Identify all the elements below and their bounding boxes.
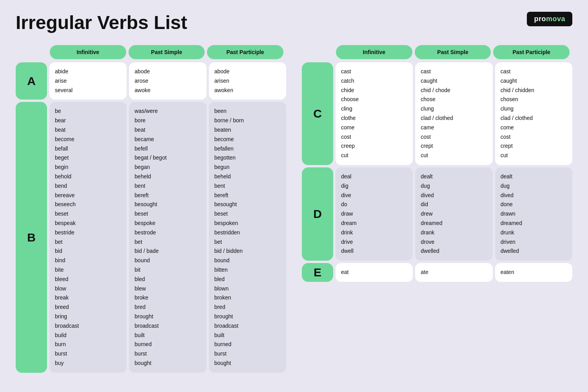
left-col-header-past-participle: Past Participle (207, 45, 283, 59)
verb-cell-infinitive: deal dig dive do draw dream drink drive … (336, 167, 413, 261)
left-table-header: Infinitive Past Simple Past Participle (16, 45, 286, 59)
verb-cell-past_simple: dealt dug dived did drew dreamed drank d… (415, 167, 492, 261)
right-col-header-infinitive: Infinitive (336, 45, 412, 59)
letter-badge: E (302, 263, 333, 282)
tables-container: Infinitive Past Simple Past Participle A… (16, 45, 572, 373)
right-table: Infinitive Past Simple Past Participle C… (302, 45, 572, 373)
verb-cell-past_participle: abode arisen awoken (209, 62, 286, 100)
page-header: Irregular Verbs List promova (16, 12, 572, 33)
verb-cell-past_simple: was/were bore beat became befell begat /… (129, 102, 206, 372)
brand-post: mova (546, 15, 565, 23)
verb-cell-past_participle: eaten (495, 263, 572, 282)
verb-cell-past_participle: been borne / born beaten become befallen… (209, 102, 286, 372)
verb-cell-past_simple: cast caught chid / chode chose clung cla… (415, 62, 492, 165)
letter-group: Aabide arise severalabode arose awokeabo… (16, 62, 286, 100)
letter-badge: B (16, 102, 47, 372)
verb-cell-infinitive: abide arise several (49, 62, 127, 100)
brand-logo: promova (527, 12, 572, 26)
verb-cell-past_participle: cast caught chid / chidden chosen clung … (495, 62, 572, 165)
letter-group: Bbe bear beat become befall beget begin … (16, 102, 286, 372)
verb-cell-past_simple: ate (415, 263, 492, 282)
right-col-header-past-participle: Past Participle (493, 45, 570, 59)
letter-group: Ccast catch chide choose cling clothe co… (302, 62, 572, 165)
letter-group: Eeatateeaten (302, 263, 572, 282)
verb-cell-past_participle: dealt dug dived done drawn dreamed drunk… (495, 167, 572, 261)
left-col-header-infinitive: Infinitive (50, 45, 126, 59)
verb-cell-infinitive: be bear beat become befall beget begin b… (49, 102, 127, 372)
right-table-header: Infinitive Past Simple Past Participle (302, 45, 572, 59)
left-table-body: Aabide arise severalabode arose awokeabo… (16, 62, 286, 373)
verb-cell-infinitive: cast catch chide choose cling clothe com… (336, 62, 413, 165)
verb-cell-past_simple: abode arose awoke (129, 62, 206, 100)
right-col-header-past-simple: Past Simple (415, 45, 491, 59)
brand-pre: pro (534, 15, 546, 23)
verb-cell-infinitive: eat (336, 263, 413, 282)
left-col-header-past-simple: Past Simple (129, 45, 205, 59)
letter-badge: A (16, 62, 47, 100)
letter-group: Ddeal dig dive do draw dream drink drive… (302, 167, 572, 261)
right-table-body: Ccast catch chide choose cling clothe co… (302, 62, 572, 282)
letter-badge: C (302, 62, 333, 165)
left-table: Infinitive Past Simple Past Participle A… (16, 45, 286, 373)
page-title: Irregular Verbs List (16, 12, 187, 33)
letter-badge: D (302, 167, 333, 261)
